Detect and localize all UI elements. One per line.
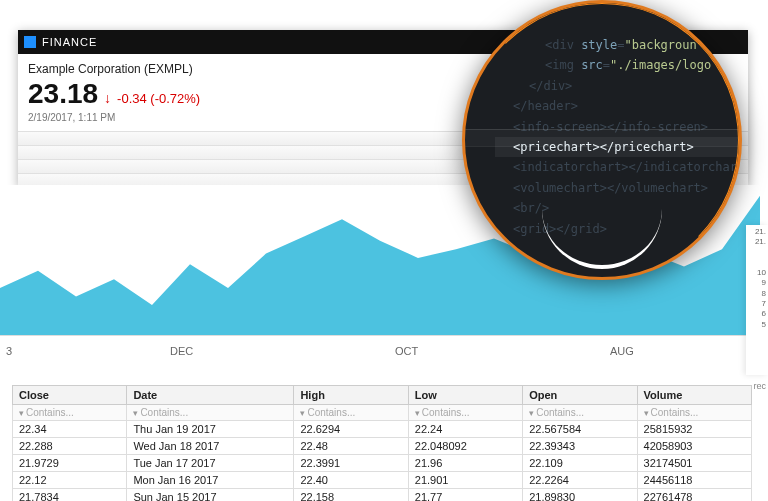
app-icon xyxy=(24,36,36,48)
cell-open: 22.39343 xyxy=(523,438,637,455)
grid-filter-row: ▾Contains... ▾Contains... ▾Contains... ▾… xyxy=(13,405,752,421)
cell-high: 22.48 xyxy=(294,438,408,455)
filter-input[interactable]: ▾Contains... xyxy=(523,405,637,421)
table-row[interactable]: 22.12Mon Jan 16 201722.4021.90122.226424… xyxy=(13,472,752,489)
cell-low: 22.048092 xyxy=(408,438,522,455)
col-volume[interactable]: Volume xyxy=(637,386,751,405)
x-tick: 3 xyxy=(6,345,12,357)
filter-input[interactable]: ▾Contains... xyxy=(294,405,408,421)
app-title: FINANCE xyxy=(42,36,97,48)
code-magnifier: <div style="backgroun <img src="./images… xyxy=(462,0,742,280)
table-row[interactable]: 21.7834Sun Jan 15 201722.15821.7721.8983… xyxy=(13,489,752,502)
col-date[interactable]: Date xyxy=(127,386,294,405)
code-line: <volumechart></volumechart> xyxy=(495,178,739,198)
x-tick: DEC xyxy=(170,345,193,357)
funnel-icon: ▾ xyxy=(529,408,534,418)
cell-close: 21.9729 xyxy=(13,455,127,472)
col-close[interactable]: Close xyxy=(13,386,127,405)
table-row[interactable]: 22.34Thu Jan 19 201722.629422.2422.56758… xyxy=(13,421,752,438)
cell-open: 22.109 xyxy=(523,455,637,472)
right-axis-stub: 21. 21. 10 9 8 7 6 5 rec xyxy=(746,225,768,375)
price-delta: -0.34 (-0.72%) xyxy=(117,91,200,106)
code-highlight-bar xyxy=(465,129,742,147)
cell-date: Wed Jan 18 2017 xyxy=(127,438,294,455)
grid-header-row: Close Date High Low Open Volume xyxy=(13,386,752,405)
code-line: </div> xyxy=(495,76,739,96)
price-arrow-down-icon: ↓ xyxy=(104,90,111,106)
x-tick: OCT xyxy=(395,345,418,357)
code-line: <indicatorchart></indicatorchart xyxy=(495,157,739,177)
cell-low: 21.77 xyxy=(408,489,522,502)
col-low[interactable]: Low xyxy=(408,386,522,405)
cell-volume: 32174501 xyxy=(637,455,751,472)
col-high[interactable]: High xyxy=(294,386,408,405)
funnel-icon: ▾ xyxy=(300,408,305,418)
code-line: </header> xyxy=(495,96,739,116)
code-snippet: <div style="backgroun <img src="./images… xyxy=(465,3,739,239)
cell-close: 22.288 xyxy=(13,438,127,455)
cell-low: 21.901 xyxy=(408,472,522,489)
filter-input[interactable]: ▾Contains... xyxy=(13,405,127,421)
cell-volume: 24456118 xyxy=(637,472,751,489)
funnel-icon: ▾ xyxy=(133,408,138,418)
funnel-icon: ▾ xyxy=(644,408,649,418)
cell-date: Tue Jan 17 2017 xyxy=(127,455,294,472)
funnel-icon: ▾ xyxy=(19,408,24,418)
price-grid[interactable]: Close Date High Low Open Volume ▾Contain… xyxy=(12,385,752,501)
filter-input[interactable]: ▾Contains... xyxy=(408,405,522,421)
last-price: 23.18 xyxy=(28,78,98,110)
cell-high: 22.40 xyxy=(294,472,408,489)
cell-high: 22.3991 xyxy=(294,455,408,472)
cell-open: 22.567584 xyxy=(523,421,637,438)
filter-input[interactable]: ▾Contains... xyxy=(637,405,751,421)
cell-low: 21.96 xyxy=(408,455,522,472)
cell-volume: 22761478 xyxy=(637,489,751,502)
magnifier-arc-icon xyxy=(542,209,662,269)
table-row[interactable]: 22.288Wed Jan 18 201722.4822.04809222.39… xyxy=(13,438,752,455)
cell-high: 22.158 xyxy=(294,489,408,502)
funnel-icon: ▾ xyxy=(415,408,420,418)
filter-input[interactable]: ▾Contains... xyxy=(127,405,294,421)
code-line: <img src="./images/logo xyxy=(495,55,739,75)
cell-open: 22.2264 xyxy=(523,472,637,489)
cell-date: Thu Jan 19 2017 xyxy=(127,421,294,438)
cell-close: 22.34 xyxy=(13,421,127,438)
x-tick: AUG xyxy=(610,345,634,357)
cell-volume: 25815932 xyxy=(637,421,751,438)
cell-date: Mon Jan 16 2017 xyxy=(127,472,294,489)
table-row[interactable]: 21.9729Tue Jan 17 201722.399121.9622.109… xyxy=(13,455,752,472)
cell-high: 22.6294 xyxy=(294,421,408,438)
cell-volume: 42058903 xyxy=(637,438,751,455)
cell-low: 22.24 xyxy=(408,421,522,438)
chart-x-axis: 3 DEC OCT AUG xyxy=(0,335,760,365)
cell-date: Sun Jan 15 2017 xyxy=(127,489,294,502)
cell-close: 21.7834 xyxy=(13,489,127,502)
cell-open: 21.89830 xyxy=(523,489,637,502)
col-open[interactable]: Open xyxy=(523,386,637,405)
cell-close: 22.12 xyxy=(13,472,127,489)
